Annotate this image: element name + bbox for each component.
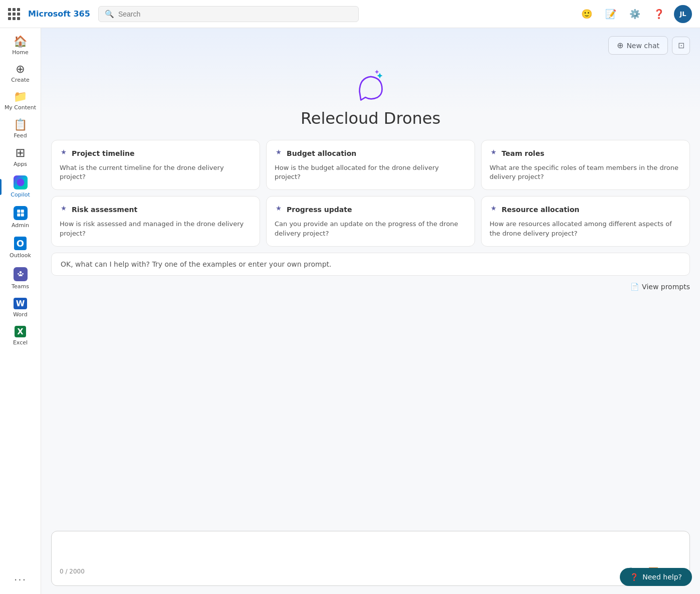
card-title-risk-assessment: Risk assessment: [72, 206, 137, 214]
input-area: 0 / 2000 📎 🖼️ ➤: [51, 531, 690, 586]
card-icon-budget-allocation: [275, 148, 283, 158]
feedback-icon[interactable]: 🙂: [578, 5, 596, 23]
search-input[interactable]: [118, 10, 352, 18]
view-prompts-icon: 📄: [630, 283, 639, 291]
cards-grid: Project timeline What is the current tim…: [41, 140, 700, 247]
card-project-timeline[interactable]: Project timeline What is the current tim…: [51, 140, 260, 190]
sidebar-label-excel: Excel: [13, 339, 28, 346]
sidebar-label-admin: Admin: [12, 222, 29, 229]
sidebar-item-outlook[interactable]: O Outlook: [0, 233, 41, 263]
sidebar-item-feed[interactable]: 📋 Feed: [0, 115, 41, 143]
card-header-team-roles: Team roles: [490, 148, 681, 158]
new-chat-button[interactable]: ⊕ New chat: [608, 36, 668, 55]
sidebar-label-apps: Apps: [14, 161, 27, 167]
card-risk-assessment[interactable]: Risk assessment How is risk assessed and…: [51, 196, 260, 246]
sidebar-item-admin[interactable]: Admin: [0, 202, 41, 233]
admin-icon: [14, 206, 28, 220]
card-resource-allocation[interactable]: Resource allocation How are resources al…: [481, 196, 690, 246]
card-budget-allocation[interactable]: Budget allocation How is the budget allo…: [266, 140, 475, 190]
chat-input[interactable]: [60, 537, 681, 557]
card-icon-risk-assessment: [60, 205, 68, 215]
char-count: 0 / 2000: [60, 568, 85, 575]
expand-icon: ⊡: [678, 41, 684, 50]
sidebar-item-teams[interactable]: Teams: [0, 263, 41, 294]
sidebar-item-word[interactable]: W Word: [0, 294, 41, 322]
sidebar-label-my-content: My Content: [5, 104, 36, 111]
card-title-budget-allocation: Budget allocation: [287, 149, 356, 157]
card-title-project-timeline: Project timeline: [72, 149, 135, 157]
apps-icon: ⊞: [15, 147, 25, 159]
card-icon-progress-update: [275, 205, 283, 215]
copilot-title: Relecloud Drones: [301, 109, 440, 128]
word-icon: W: [14, 298, 28, 309]
edit-icon[interactable]: 📝: [602, 5, 620, 23]
card-header-project-timeline: Project timeline: [60, 148, 252, 158]
sidebar-label-feed: Feed: [14, 132, 27, 139]
card-body-project-timeline: What is the current timeline for the dro…: [60, 163, 252, 181]
sidebar-label-copilot: Copilot: [11, 191, 30, 198]
card-body-budget-allocation: How is the budget allocated for the dron…: [275, 163, 466, 181]
topbar: Microsoft 365 🔍 🙂 📝 ⚙️ ❓ JL: [0, 0, 700, 28]
sidebar-label-home: Home: [12, 49, 28, 56]
teams-icon: [14, 267, 28, 281]
help-icon[interactable]: ❓: [650, 5, 668, 23]
card-icon-resource-allocation: [490, 205, 498, 215]
view-prompts-label: View prompts: [642, 283, 690, 291]
svg-point-0: [17, 178, 24, 186]
card-body-progress-update: Can you provide an update on the progres…: [275, 220, 466, 238]
search-bar[interactable]: 🔍: [98, 6, 359, 22]
prompt-examples: OK, what can I help with? Try one of the…: [41, 247, 700, 280]
settings-icon[interactable]: ⚙️: [626, 5, 644, 23]
copilot-icon: [14, 175, 28, 189]
sidebar-item-copilot[interactable]: Copilot: [0, 171, 41, 202]
topbar-icons: 🙂 📝 ⚙️ ❓ JL: [578, 5, 692, 23]
sidebar: 🏠 Home ⊕ Create 📁 My Content 📋 Feed ⊞ Ap…: [0, 28, 41, 594]
search-icon: 🔍: [105, 10, 114, 19]
sidebar-item-my-content[interactable]: 📁 My Content: [0, 87, 41, 115]
need-help-label: Need help?: [642, 573, 682, 581]
excel-icon: X: [15, 326, 26, 337]
sidebar-more[interactable]: ···: [0, 570, 41, 590]
card-header-progress-update: Progress update: [275, 205, 466, 215]
feed-icon: 📋: [14, 119, 27, 130]
my-content-icon: 📁: [14, 91, 27, 102]
content-area: ⊕ New chat ⊡: [41, 28, 700, 594]
card-header-budget-allocation: Budget allocation: [275, 148, 466, 158]
sidebar-item-apps[interactable]: ⊞ Apps: [0, 143, 41, 171]
copilot-header-actions: ⊕ New chat ⊡: [41, 28, 700, 59]
card-body-resource-allocation: How are resources allocated among differ…: [490, 220, 681, 238]
svg-rect-1: [17, 210, 20, 213]
card-body-risk-assessment: How is risk assessed and managed in the …: [60, 220, 252, 238]
apps-grid-icon[interactable]: [8, 8, 20, 20]
view-prompts[interactable]: 📄 View prompts: [41, 280, 700, 295]
app-logo: Microsoft 365: [28, 9, 90, 19]
sidebar-item-create[interactable]: ⊕ Create: [0, 60, 41, 87]
sidebar-label-create: Create: [11, 77, 30, 83]
card-body-team-roles: What are the specific roles of team memb…: [490, 163, 681, 181]
new-chat-plus-icon: ⊕: [617, 41, 623, 50]
card-icon-project-timeline: [60, 148, 68, 158]
sidebar-item-home[interactable]: 🏠 Home: [0, 32, 41, 60]
user-avatar[interactable]: JL: [674, 5, 692, 23]
main-layout: 🏠 Home ⊕ Create 📁 My Content 📋 Feed ⊞ Ap…: [0, 28, 700, 594]
prompt-example[interactable]: OK, what can I help with? Try one of the…: [51, 253, 690, 276]
card-title-team-roles: Team roles: [502, 149, 544, 157]
card-progress-update[interactable]: Progress update Can you provide an updat…: [266, 196, 475, 246]
copilot-hero-icon: [353, 67, 389, 103]
input-footer: 0 / 2000 📎 🖼️ ➤: [60, 563, 681, 579]
card-team-roles[interactable]: Team roles What are the specific roles o…: [481, 140, 690, 190]
need-help-widget[interactable]: ❓ Need help?: [620, 568, 692, 586]
outlook-icon: O: [14, 237, 27, 250]
expand-button[interactable]: ⊡: [672, 37, 690, 55]
new-chat-label: New chat: [626, 42, 659, 50]
sidebar-label-word: Word: [13, 311, 27, 318]
copilot-hero: Relecloud Drones: [41, 59, 700, 140]
need-help-icon: ❓: [630, 573, 638, 581]
sidebar-item-excel[interactable]: X Excel: [0, 322, 41, 350]
card-icon-team-roles: [490, 148, 498, 158]
svg-rect-2: [21, 210, 24, 213]
sidebar-label-teams: Teams: [12, 283, 29, 290]
card-title-progress-update: Progress update: [287, 206, 352, 214]
card-title-resource-allocation: Resource allocation: [502, 206, 579, 214]
svg-rect-4: [21, 214, 24, 217]
